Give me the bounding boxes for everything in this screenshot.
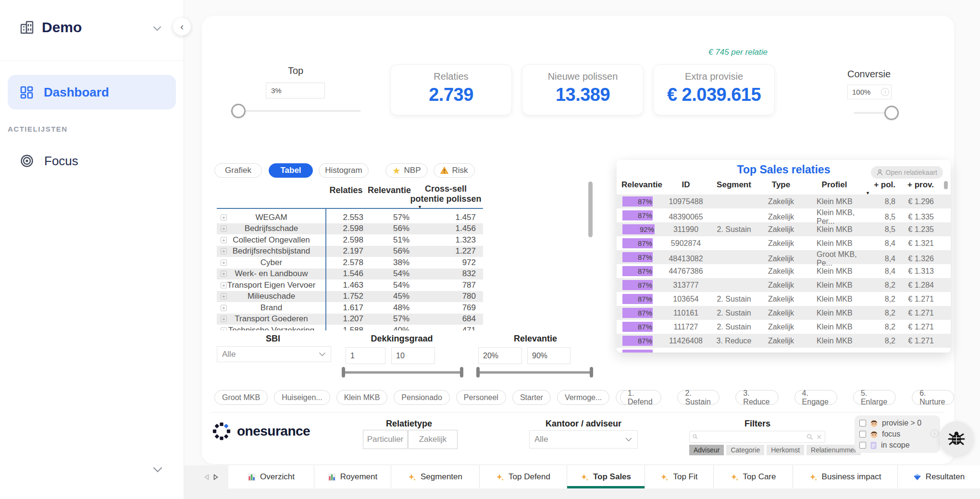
expand-icon[interactable]: + [221, 304, 227, 311]
relevantie-range-slider[interactable] [477, 371, 592, 374]
relevantie-max-input[interactable]: 90% [527, 347, 571, 364]
expand-icon[interactable]: + [221, 293, 227, 300]
tab-royement[interactable]: Royement [314, 465, 391, 488]
filter-tab-adviseur[interactable]: Adviseur [689, 445, 724, 455]
tab-segmenten[interactable]: Segmenten [391, 465, 480, 488]
conversie-input[interactable]: 100% i [847, 85, 892, 99]
expand-icon[interactable]: + [221, 248, 227, 255]
column-header-type[interactable]: Type [758, 180, 804, 190]
sidebar-item-focus[interactable]: Focus [8, 149, 176, 173]
top-slider[interactable] [231, 110, 361, 112]
toggle-histogram[interactable]: Histogram [319, 163, 369, 178]
dekkingsgraad-range-slider[interactable] [343, 371, 462, 374]
table-row[interactable]: 87%313777ZakelijkKlein MKB8,2€ 1.284 [617, 278, 951, 292]
table-row[interactable]: +Cyber2.57838%972 [217, 257, 483, 268]
nbp-button[interactable]: ★ NBP [385, 163, 428, 178]
table-row[interactable]: 87%44767386ZakelijkKlein MKB8,4€ 1.313 [617, 264, 951, 278]
filter-tab-relatienummer[interactable]: Relatienummer [806, 445, 861, 455]
table-row[interactable]: +Transport Goederen1.20757%684 [217, 314, 483, 325]
range-handle-left[interactable] [476, 367, 480, 377]
prev-tab-icon[interactable] [204, 474, 209, 480]
table-row[interactable]: +Bedrijfsrechtsbijstand2.19756%1.227 [217, 246, 483, 257]
table-row[interactable]: +Transport Eigen Vervoer1.46354%787 [217, 280, 483, 291]
chip-engage[interactable]: 4. Engage [794, 390, 837, 405]
expand-icon[interactable]: + [221, 214, 227, 220]
relatietype-particulier-button[interactable]: Particulier [363, 430, 408, 449]
tab-overzicht[interactable]: Overzicht [228, 465, 314, 488]
scrollbar[interactable] [588, 182, 593, 237]
chip-huiseigenaren[interactable]: Huiseigen... [274, 390, 330, 405]
column-header-id[interactable]: ID [662, 180, 710, 190]
debug-bug-button[interactable] [939, 421, 974, 456]
sidebar-item-dashboard[interactable]: Dashboard [8, 75, 176, 110]
open-relatiekaart-button[interactable]: Open relatiekaart [871, 166, 943, 179]
column-header-relevantie[interactable]: Relevantie [621, 180, 662, 190]
table-row[interactable]: 87%48390065ZakelijkKlein MKB, Per...8,5€… [617, 208, 951, 222]
expand-icon[interactable]: + [221, 271, 227, 277]
expand-icon[interactable]: + [221, 316, 227, 322]
filter-tab-categorie[interactable]: Categorie [726, 445, 764, 455]
sbi-dropdown[interactable]: Alle [217, 346, 331, 362]
range-handle-right[interactable] [590, 367, 593, 377]
dekkingsgraad-min-input[interactable]: 1 [346, 347, 385, 364]
in-scope-checkbox[interactable] [859, 442, 866, 449]
clear-icon[interactable]: ✕ [816, 433, 822, 441]
table-row[interactable]: +Bedrijfsschade2.59856%1.456 [217, 223, 483, 235]
tab-top-care[interactable]: Top Care [714, 465, 793, 488]
column-header-pol[interactable]: + pol. [865, 180, 895, 190]
table-row[interactable]: +Technische Verzekering1.58840%471 [217, 325, 483, 330]
tab-top-fit[interactable]: Top Fit [645, 465, 714, 488]
table-row[interactable]: 87%1117272. SustainZakelijkKlein MKB8,2€… [617, 320, 951, 334]
expand-icon[interactable]: + [221, 327, 227, 330]
column-header-cross-sell[interactable]: Cross-sell potentie polissen [404, 184, 488, 204]
provisie-checkbox[interactable] [859, 420, 866, 426]
chip-reduce[interactable]: 3. Reduce [735, 390, 778, 405]
filter-tab-herkomst[interactable]: Herkomst [767, 445, 804, 455]
table-row[interactable]: 87%10975488ZakelijkKlein MKB8,8€ 1.296 [617, 195, 951, 208]
top-percent-input[interactable]: 3% [266, 83, 325, 98]
column-header-segment[interactable]: Segment [710, 180, 758, 190]
relevantie-min-input[interactable]: 20% [478, 347, 522, 364]
range-handle-left[interactable] [342, 367, 345, 377]
tab-resultaten[interactable]: Resultaten [898, 465, 980, 488]
chip-starter[interactable]: Starter [512, 390, 551, 405]
table-row[interactable]: +WEGAM2.55357%1.457 [217, 212, 483, 223]
chip-nurture[interactable]: 6. Nurture [912, 390, 954, 405]
chevron-down-icon[interactable] [153, 26, 161, 31]
risk-button[interactable]: Risk [434, 163, 475, 178]
kantoor-dropdown[interactable]: Alle [529, 430, 638, 449]
chip-enlarge[interactable]: 5. Enlarge [853, 390, 896, 405]
sidebar-collapse-button[interactable]: ‹ [173, 18, 191, 36]
sidebar-collapse-chevron-icon[interactable] [153, 467, 162, 473]
expand-icon[interactable]: + [221, 282, 227, 288]
table-row[interactable]: +Brand1.61748%769 [217, 302, 483, 314]
dekkingsgraad-max-input[interactable]: 10 [391, 347, 435, 364]
chip-klein-mkb[interactable]: Klein MKB [336, 390, 388, 405]
tab-top-sales[interactable]: Top Sales [567, 465, 645, 488]
conversie-slider-handle[interactable] [884, 106, 899, 120]
chip-groot-mkb[interactable]: Groot MKB [214, 390, 268, 405]
chip-pensionado[interactable]: Pensionado [394, 390, 450, 405]
table-row[interactable]: 87%48413082ZakelijkGroot MKB, Pe...8,4€ … [617, 250, 951, 264]
toggle-tabel[interactable]: Tabel [269, 163, 313, 178]
tab-top-defend[interactable]: Top Defend [480, 465, 567, 488]
expand-icon[interactable]: + [221, 226, 227, 232]
info-icon[interactable]: i [930, 429, 939, 438]
chip-defend[interactable]: 1. Defend [620, 390, 661, 405]
column-header-relaties[interactable]: Relaties [326, 185, 366, 195]
filters-search-input[interactable]: ✕ [689, 431, 825, 443]
table-row[interactable]: 87%1101612. SustainZakelijkKlein MKB8,2€… [617, 306, 951, 320]
chip-personeel[interactable]: Personeel [456, 390, 506, 405]
chip-vermogend[interactable]: Vermoge... [557, 390, 609, 405]
range-handle-right[interactable] [460, 367, 463, 377]
column-header-prov[interactable]: + prov. [895, 180, 934, 190]
table-row[interactable]: 87%114264083. ReduceZakelijkKlein MKB8,2… [617, 334, 951, 348]
table-row[interactable]: 92%3119902. SustainZakelijkKlein MKB8,5€… [617, 222, 951, 236]
tab-business-impact[interactable]: Business impact [793, 465, 898, 488]
table-row[interactable]: 87%5902874ZakelijkKlein MKB8,4€ 1.321 [617, 236, 951, 250]
next-tab-icon[interactable] [213, 474, 218, 480]
table-row[interactable]: +Milieuschade1.75245%780 [217, 291, 483, 303]
table-row[interactable]: 87%1036542. SustainZakelijkKlein MKB8,2€… [617, 292, 951, 306]
table-row[interactable]: +Werk- en Landbouw1.54654%832 [217, 268, 483, 280]
column-header-profiel[interactable]: Profiel [804, 180, 865, 190]
